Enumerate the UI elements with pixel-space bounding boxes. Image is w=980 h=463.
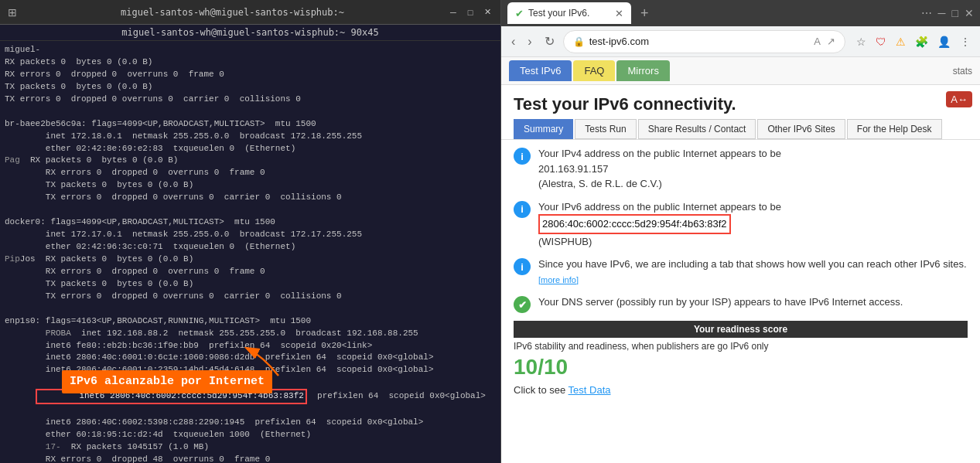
term-line: ether 60:18:95:1c:d2:4d txqueuelen 1000 … bbox=[5, 429, 496, 441]
browser-window: ✔ Test your IPv6. ✕ + ⋯ ─ □ ✕ ‹ › ↻ 🔒 te… bbox=[501, 0, 980, 463]
reload-button[interactable]: ↻ bbox=[541, 31, 558, 52]
tab-summary[interactable]: Summary bbox=[514, 119, 573, 139]
terminal-titlebar: ⊞ miguel-santos-wh@miguel-santos-wisphub… bbox=[0, 0, 500, 25]
result-text-ipv4: Your IPv4 address on the public Internet… bbox=[538, 146, 968, 192]
result-item-ipv6: i Your IPv6 address on the public Intern… bbox=[514, 199, 968, 250]
nav-tab-mirrors[interactable]: Mirrors bbox=[616, 60, 669, 81]
term-line: RX errors 0 dropped 0 overruns 0 frame 0 bbox=[5, 167, 496, 179]
browser-titlebar: ✔ Test your IPv6. ✕ + ⋯ ─ □ ✕ bbox=[501, 0, 980, 26]
term-line: TX packets 0 bytes 0 (0.0 B) bbox=[5, 179, 496, 192]
term-line: docker0: flags=4099<UP,BROADCAST,MULTICA… bbox=[5, 216, 496, 229]
check-icon: ✔ bbox=[514, 296, 531, 313]
term-line: inet 172.18.0.1 netmask 255.255.0.0 broa… bbox=[5, 131, 496, 143]
warning-icon[interactable]: ⚠ bbox=[893, 32, 909, 51]
extension-icon[interactable]: 🧩 bbox=[912, 32, 931, 51]
term-line: 17- RX packets 1045157 (1.0 MB) bbox=[5, 441, 496, 454]
term-line bbox=[5, 303, 496, 315]
term-line: PROBA inet 192.168.88.2 netmask 255.255.… bbox=[5, 328, 496, 340]
term-line: Pag RX packets 0 bytes 0 (0.0 B) bbox=[5, 155, 496, 167]
browser-tab[interactable]: ✔ Test your IPv6. ✕ bbox=[507, 2, 631, 24]
terminal-title: miguel-santos-wh@miguel-santos-wisphub:~ bbox=[17, 7, 448, 18]
titlebar-close-button[interactable]: ✕ bbox=[965, 7, 974, 19]
tab-other-ipv6[interactable]: Other IPv6 Sites bbox=[757, 119, 845, 139]
profile-icon[interactable]: 👤 bbox=[934, 32, 954, 51]
translate-float-icon[interactable]: A↔ bbox=[946, 91, 972, 107]
result-text-ipv6: Your IPv6 address on the public Internet… bbox=[538, 199, 968, 250]
term-line bbox=[5, 204, 496, 216]
info-icon-2: i bbox=[514, 201, 531, 218]
site-nav: Test IPv6 FAQ Mirrors stats bbox=[501, 57, 980, 85]
browser-content: Test IPv6 FAQ Mirrors stats A↔ Test your… bbox=[501, 57, 980, 463]
ipv6-address-highlight: 2806:40c:6002:cccc:5d29:954f:4b63:83f2 bbox=[538, 214, 731, 234]
share-icon[interactable]: ↗ bbox=[827, 36, 835, 47]
forward-button[interactable]: › bbox=[524, 32, 535, 52]
terminal-controls: ─ □ ✕ bbox=[448, 7, 493, 18]
term-line bbox=[5, 106, 496, 118]
term-line: enp1s0: flags=4163<UP,BROADCAST,RUNNING,… bbox=[5, 315, 496, 328]
result-item-ipv4: i Your IPv4 address on the public Intern… bbox=[514, 146, 968, 192]
term-line: ether 02:42:8e:69:e2:83 txqueuelen 0 (Et… bbox=[5, 143, 496, 155]
titlebar-minimize-button[interactable]: ─ bbox=[938, 7, 946, 19]
term-line: TX packets 0 bytes 0 (0.0 B) bbox=[5, 278, 496, 291]
test-data-link[interactable]: Test Data bbox=[569, 384, 611, 396]
url-text: test-ipv6.com bbox=[589, 36, 810, 47]
bookmark-icon[interactable]: ☆ bbox=[853, 32, 869, 51]
ipv6-label: IPv6 alcanzable por Internet bbox=[62, 370, 272, 393]
results-area: i Your IPv4 address on the public Intern… bbox=[501, 140, 980, 402]
info-icon-3: i bbox=[514, 258, 531, 275]
tab-close-button[interactable]: ✕ bbox=[615, 8, 623, 19]
term-line: inet6 fe80::eb2b:bc36:1f9e:bb9 prefixlen… bbox=[5, 340, 496, 352]
term-line: PipJos RX packets 0 bytes 0 (0.0 B) bbox=[5, 254, 496, 266]
result-tabs: Summary Tests Run Share Results / Contac… bbox=[501, 119, 980, 140]
result-item-info: i Since you have IPv6, we are including … bbox=[514, 257, 968, 287]
term-line: TX errors 0 dropped 0 overruns 0 carrier… bbox=[5, 291, 496, 303]
result-text-dns: Your DNS server (possibly run by your IS… bbox=[538, 294, 968, 310]
term-line: TX errors 0 dropped 0 overruns 0 carrier… bbox=[5, 192, 496, 204]
terminal-body: miguel- RX packets 0 bytes 0 (0.0 B) RX … bbox=[0, 41, 500, 463]
term-line: inet6 2806:40C:6002:5398:c288:2290:1945 … bbox=[5, 417, 496, 429]
term-line: miguel- bbox=[5, 44, 496, 56]
term-line: RX packets 0 bytes 0 (0.0 B) bbox=[5, 56, 496, 69]
lock-icon: 🔒 bbox=[573, 36, 585, 47]
term-line: TX packets 0 bytes 0 (0.0 B) bbox=[5, 81, 496, 94]
tab-share-results[interactable]: Share Results / Contact bbox=[638, 119, 756, 139]
term-line: RX errors 0 dropped 48 overruns 0 frame … bbox=[5, 454, 496, 463]
close-button[interactable]: ✕ bbox=[482, 7, 493, 18]
browser-toolbar: ‹ › ↻ 🔒 test-ipv6.com A ↗ ☆ 🛡 ⚠ 🧩 👤 ⋮ bbox=[501, 26, 980, 57]
site-content: A↔ Test your IPv6 connectivity. Summary … bbox=[501, 85, 980, 402]
term-line: inet 172.17.0.1 netmask 255.255.0.0 broa… bbox=[5, 229, 496, 241]
term-line: RX errors 0 dropped 0 overruns 0 frame 0 bbox=[5, 266, 496, 278]
result-item-dns: ✔ Your DNS server (possibly run by your … bbox=[514, 294, 968, 313]
nav-tab-test-ipv6[interactable]: Test IPv6 bbox=[509, 60, 572, 81]
titlebar-maximize-button[interactable]: □ bbox=[952, 7, 958, 19]
titlebar-right-controls: ⋯ ─ □ ✕ bbox=[921, 7, 974, 19]
new-tab-button[interactable]: + bbox=[636, 5, 654, 22]
terminal-subtitle: miguel-santos-wh@miguel-santos-wisphub:~… bbox=[0, 25, 500, 41]
toolbar-icons: ☆ 🛡 ⚠ 🧩 👤 ⋮ bbox=[853, 32, 974, 51]
tab-favicon: ✔ bbox=[515, 8, 524, 19]
shield-icon[interactable]: 🛡 bbox=[872, 32, 890, 51]
terminal-window: ⊞ miguel-santos-wh@miguel-santos-wisphub… bbox=[0, 0, 501, 463]
stats-link[interactable]: stats bbox=[953, 66, 972, 77]
minimize-button[interactable]: ─ bbox=[448, 7, 459, 18]
tab-tests-run[interactable]: Tests Run bbox=[575, 119, 636, 139]
page-title: Test your IPv6 connectivity. bbox=[501, 85, 980, 119]
more-info-link[interactable]: [more info] bbox=[538, 275, 579, 284]
info-icon-1: i bbox=[514, 148, 531, 165]
test-data-section: Click to see Test Data bbox=[514, 384, 968, 396]
menu-icon[interactable]: ⋮ bbox=[957, 32, 974, 51]
term-line: br-baee2be56c9a: flags=4099<UP,BROADCAST… bbox=[5, 118, 496, 131]
term-line: inet6 2806:40c:6001:0:6c1e:1060:9086:d2d… bbox=[5, 352, 496, 364]
term-line: RX errors 0 dropped 0 overruns 0 frame 0 bbox=[5, 69, 496, 81]
address-bar[interactable]: 🔒 test-ipv6.com A ↗ bbox=[563, 30, 845, 53]
back-button[interactable]: ‹ bbox=[507, 32, 519, 52]
tab-help-desk[interactable]: For the Help Desk bbox=[847, 119, 942, 139]
nav-tab-faq[interactable]: FAQ bbox=[573, 60, 615, 81]
tab-title: Test your IPv6. bbox=[528, 8, 589, 19]
grid-icon[interactable]: ⊞ bbox=[8, 6, 17, 19]
result-text-info: Since you have IPv6, we are including a … bbox=[538, 257, 968, 287]
titlebar-menu-button[interactable]: ⋯ bbox=[921, 7, 932, 19]
maximize-button[interactable]: □ bbox=[465, 7, 476, 18]
readiness-bar: Your readiness score bbox=[514, 321, 968, 338]
translate-toolbar-icon[interactable]: A bbox=[814, 36, 821, 47]
